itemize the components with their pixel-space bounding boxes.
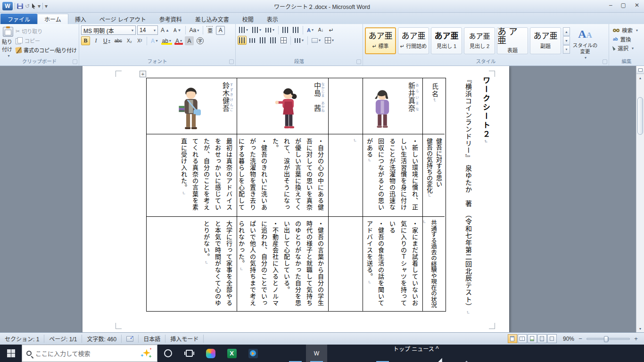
strikethrough-button[interactable]: abc [113,36,124,45]
vertical-scrollbar[interactable]: ▲ ▼ [636,66,644,332]
file-explorer-button[interactable] [285,345,306,362]
font-color-button[interactable]: A▾ [174,36,183,45]
justify-button[interactable] [269,36,278,45]
zoom-slider[interactable] [586,338,630,340]
font-name-combo[interactable]: MS 明朝 (本 ▾ [81,25,136,35]
align-center-button[interactable] [248,36,257,45]
cell-name-nakajima[interactable]: 中島 茜なかじま あかね [237,78,329,134]
cell-arai-experience[interactable]: ・家にまだ試着していないお気に入りのＴシャツを持っている ・健吾の食生活の話を聞… [363,217,423,311]
cell-spacer-row3[interactable] [329,217,363,311]
cell-nakajima-experience[interactable]: ・健吾の言葉から自分の学生時代の様子と就職して気持ちのゆとりがなかった自分を思い… [237,217,329,311]
zoom-slider-thumb[interactable] [604,336,608,342]
draft-view-button[interactable] [547,334,557,343]
ruler-toggle-button[interactable] [636,66,644,74]
chrome-button[interactable] [372,345,393,362]
find-button[interactable]: 検索 ▾ [613,26,642,34]
zoom-in-button[interactable]: + [633,335,639,342]
close-button[interactable]: ✕ [635,2,639,8]
document-title-block[interactable]: ワークシート２↵ 『横浜コインランドリー』 泉ゆたか 著 （令和七年第二回北辰テ… [463,76,491,314]
copy-button[interactable]: コピー [16,37,77,44]
align-left-button[interactable] [238,36,247,45]
status-insert-mode[interactable]: 挿入モード [165,335,204,343]
font-size-combo[interactable]: 14 ▾ [137,25,158,35]
cut-button[interactable]: ✂ 切り取り [16,27,77,35]
undo-icon[interactable]: ↺ [25,3,30,9]
edge-button[interactable] [264,345,285,362]
status-word-count[interactable]: 文字数: 460 [82,335,122,343]
style-title[interactable]: あ ア 亜 表題 [497,27,528,54]
cursor-tool-icon[interactable] [32,3,36,9]
qat-dropdown-icon[interactable]: ▾ [38,3,41,9]
excel-button[interactable]: X [221,345,242,362]
style-heading1[interactable]: あア亜 見出し 1 [431,27,462,54]
status-language[interactable]: 日本語 [139,335,165,343]
superscript-button[interactable]: X² [135,36,144,45]
task-view-button[interactable] [179,345,200,362]
cell-spacer-row1[interactable] [329,78,363,134]
bold-button[interactable]: B [81,36,90,45]
text-effects-button[interactable]: A▾ [149,36,159,45]
dialog-launcher-icon[interactable] [73,59,77,64]
show-marks-button[interactable]: ↵ [327,25,336,34]
italic-button[interactable]: I [91,36,100,45]
tab-view[interactable]: 表示 [260,14,285,24]
print-layout-view-button[interactable] [508,334,517,343]
scroll-up-arrow[interactable]: ▲ [636,74,644,82]
cell-arai-feelings[interactable]: ・新しい環境に慣れ、正しい生活習慣を身に付けることが洗濯物の迅速な回収につながる… [363,134,423,217]
scroll-down-arrow[interactable]: ▼ [636,325,644,332]
copilot-button[interactable] [200,345,221,362]
minimize-button[interactable]: – [609,2,612,8]
speaker-icon[interactable] [393,353,491,362]
scrollbar-thumb[interactable] [637,97,643,135]
styles-scroll-down-button[interactable]: ▼ [563,36,570,45]
tab-page-layout[interactable]: ページ レイアウト [93,14,153,24]
tab-review[interactable]: 校閲 [236,14,260,24]
table-move-handle[interactable]: + [140,71,146,77]
bullets-button[interactable]: ▾ [238,25,249,34]
change-styles-button[interactable]: AA スタイルの変更 ▾ [571,25,599,58]
customize-qat-icon[interactable]: ▾ [45,3,48,9]
reading-view-button[interactable] [518,334,527,343]
cell-name-suzuki[interactable]: 鈴木健吾すずきけんご [147,78,237,134]
tab-home[interactable]: ホーム [37,14,68,24]
distribute-button[interactable] [279,36,288,45]
format-painter-button[interactable]: 書式のコピー/貼り付け [16,46,77,54]
show-hidden-icons-chevron[interactable]: ^ [436,345,439,353]
asian-layout-button[interactable]: A▾ [305,25,315,34]
word-taskbar-button[interactable]: W [306,345,327,362]
shrink-font-button[interactable]: A▼ [172,26,183,35]
grow-font-button[interactable]: A▲ [159,26,171,35]
sort-button[interactable]: A↓ [316,25,325,34]
multilevel-list-button[interactable]: ▾ [264,25,276,34]
enclose-circle-button[interactable]: 字 [195,36,205,45]
borders-button[interactable]: ▾ [323,36,335,45]
media-player-button[interactable] [242,345,264,362]
maximize-button[interactable]: ▢ [621,2,626,8]
taskbar-search-input[interactable]: ここに入力して検索 [22,345,157,362]
zoom-level[interactable]: 90% [563,336,574,342]
decrease-indent-button[interactable] [281,25,290,34]
cortana-button[interactable] [157,345,179,362]
style-normal[interactable]: あア亜 ↵ 標準 [365,27,396,54]
style-no-spacing[interactable]: あア亜 ↵ 行間詰め [398,27,429,54]
replace-button[interactable]: ab 置換 [613,35,642,43]
cell-spacer-row2[interactable]: ↵ [329,134,363,217]
style-subtitle[interactable]: あア亜 副題 [530,27,561,54]
enclose-characters-button[interactable]: A [216,26,225,35]
styles-gallery-expand-button[interactable]: ▾ [563,45,570,54]
cell-header-experience[interactable]: 共通する過去の経験や現在の状況↵ [423,217,445,311]
news-widget-label[interactable]: トップ ニュース [393,346,434,353]
word-app-icon[interactable]: W [2,2,13,10]
dialog-launcher-icon[interactable] [603,59,607,64]
status-page[interactable]: ページ: 1/1 [44,335,82,343]
cell-suzuki-feelings[interactable]: 最初は真奈のアドバイスをおせっかいに感じていたが、自分のことを考えてくれる真奈の… [147,134,237,217]
dialog-launcher-icon[interactable] [356,59,361,64]
numbering-button[interactable]: ▾ [251,25,263,34]
character-shading-button[interactable]: A [185,36,194,45]
style-heading2[interactable]: あア亜 見出し 2 [464,27,495,54]
status-proofing[interactable]: ✓ [122,335,139,343]
tab-insert[interactable]: 挿入 [68,14,93,24]
highlight-button[interactable]: ab▾ [161,36,173,45]
tab-mailings[interactable]: 差し込み文書 [189,14,236,24]
cell-name-arai[interactable]: 新井真奈あらいまな [363,78,423,134]
